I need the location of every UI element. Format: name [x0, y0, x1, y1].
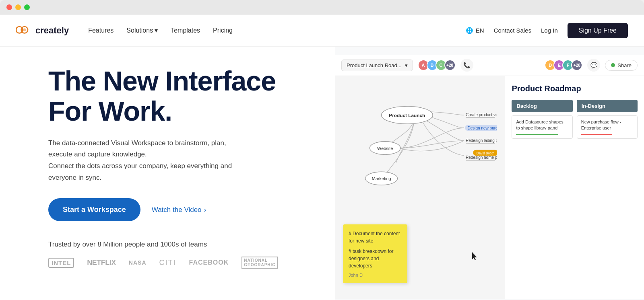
nav-templates[interactable]: Templates — [171, 27, 200, 34]
close-button[interactable] — [6, 4, 12, 10]
hero-section: The New Interface For Work. The data-con… — [0, 47, 644, 300]
window-chrome — [0, 0, 644, 14]
svg-text:Product Launch: Product Launch — [389, 113, 425, 118]
traffic-lights — [6, 4, 30, 10]
citi-logo: citi — [159, 259, 176, 267]
svg-text:Design new purchase funnel: Design new purchase funnel — [468, 126, 497, 130]
indesign-header: In-Design — [577, 100, 638, 112]
svg-text:Redesign lading page structure: Redesign lading page structure — [466, 138, 497, 143]
logo-icon — [16, 25, 32, 36]
roadmap-col-indesign: In-Design New purchase flow - Enterprise… — [577, 100, 638, 141]
call-icon[interactable]: 📞 — [460, 59, 473, 72]
doc-selector[interactable]: Product Launch Road... ▾ — [341, 60, 413, 71]
nav-pricing[interactable]: Pricing — [213, 27, 233, 34]
app-preview: Product Launch Road... ▾ A B C +28 📞 D — [335, 55, 644, 300]
hero-left: The New Interface For Work. The data-con… — [0, 47, 335, 300]
sticky-author: John D — [349, 273, 402, 277]
browser-content: creately Features Solutions ▾ Templates … — [0, 14, 644, 300]
nav-links: Features Solutions ▾ Templates Pricing — [88, 27, 466, 34]
dropdown-icon: ▾ — [405, 62, 408, 68]
roadmap-title: Product Roadmap — [512, 84, 638, 93]
minimize-button[interactable] — [15, 4, 21, 10]
logo-text: creately — [35, 25, 69, 36]
indesign-card: New purchase flow - Enterprise user — [577, 115, 638, 139]
backlog-card: Add Datasource shapes to shape library p… — [512, 115, 572, 139]
mindmap-section: Product Launch Website Marketing Create … — [335, 76, 505, 299]
trust-text: Trusted by over 8 Million people and 100… — [48, 240, 319, 249]
chevron-right-icon: › — [204, 206, 206, 214]
backlog-header: Backlog — [512, 100, 572, 112]
svg-point-2 — [23, 28, 26, 31]
cursor-icon — [472, 252, 479, 261]
start-workspace-button[interactable]: Start a Workspace — [48, 198, 140, 221]
share-status-dot — [611, 63, 615, 67]
contact-sales-link[interactable]: Contact Sales — [494, 27, 531, 34]
navbar: creately Features Solutions ▾ Templates … — [0, 14, 644, 47]
avatar-count: +28 — [444, 60, 456, 71]
watch-video-button[interactable]: Watch the Video › — [152, 206, 206, 214]
avatar-group-right: D E F +28 — [545, 60, 582, 71]
roadmap-section: Product Roadmap Backlog Add Datasource s… — [505, 76, 644, 299]
maximize-button[interactable] — [24, 4, 30, 10]
hero-right: Product Launch Road... ▾ A B C +28 📞 D — [335, 47, 644, 300]
hero-cta: Start a Workspace Watch the Video › — [48, 198, 319, 221]
sticky-note: # Document the content for new site # ta… — [343, 224, 407, 283]
sticky-text-2: # task breakdown for designers and devel… — [349, 248, 402, 269]
svg-text:Website: Website — [377, 146, 393, 151]
sticky-text-1: # Document the content for new site — [349, 230, 402, 245]
intel-logo: intel — [48, 258, 74, 268]
netflix-logo: NETFLIX — [87, 259, 116, 267]
chat-icon[interactable]: 💬 — [587, 59, 600, 72]
svg-text:Create product video with CEO: Create product video with CEO — [466, 113, 497, 117]
svg-text:Redesign home page (UX and con: Redesign home page (UX and content) — [466, 155, 497, 160]
logo[interactable]: creately — [16, 25, 69, 36]
avatar-group: A B C +28 — [418, 60, 456, 71]
share-button[interactable]: Share — [605, 60, 638, 71]
signup-button[interactable]: Sign Up Free — [568, 23, 628, 38]
mindmap-diagram: Product Launch Website Marketing Create … — [343, 84, 497, 205]
svg-text:Marketing: Marketing — [372, 176, 391, 181]
nav-features[interactable]: Features — [88, 27, 114, 34]
hero-description: The data-connected Visual Workspace to b… — [48, 138, 258, 184]
preview-toolbar: Product Launch Road... ▾ A B C +28 📞 D — [335, 55, 644, 76]
roadmap-columns: Backlog Add Datasource shapes to shape l… — [512, 100, 638, 141]
indesign-card-text: New purchase flow - Enterprise user — [581, 119, 633, 132]
language-selector[interactable]: 🌐 EN — [466, 27, 484, 34]
national-geographic-logo: NATIONALGEOGRAPHIC — [242, 257, 278, 269]
trust-logos: intel NETFLIX NASA citi facebook NATIONA… — [48, 257, 319, 269]
svg-text:David Booth: David Booth — [477, 152, 495, 155]
hero-title: The New Interface For Work. — [48, 66, 319, 126]
globe-icon: 🌐 — [466, 27, 473, 34]
chevron-down-icon: ▾ — [155, 27, 158, 34]
canvas-area: Product Launch Website Marketing Create … — [335, 76, 644, 299]
nav-right: 🌐 EN Contact Sales Log In Sign Up Free — [466, 23, 628, 38]
backlog-card-text: Add Datasource shapes to shape library p… — [516, 119, 568, 132]
facebook-logo: facebook — [189, 259, 229, 266]
roadmap-col-backlog: Backlog Add Datasource shapes to shape l… — [512, 100, 572, 141]
nav-solutions[interactable]: Solutions ▾ — [126, 27, 158, 34]
progress-bar-red — [581, 134, 613, 135]
login-link[interactable]: Log In — [541, 27, 558, 34]
progress-bar-green — [516, 134, 557, 135]
avatar-count-right: +28 — [571, 60, 582, 71]
nasa-logo: NASA — [129, 259, 147, 266]
